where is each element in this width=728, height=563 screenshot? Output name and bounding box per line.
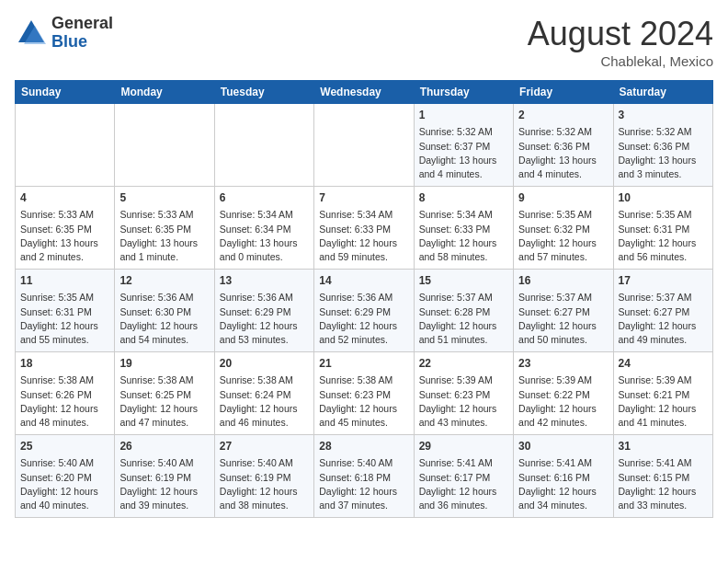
month-year: August 2024 <box>528 15 713 53</box>
day-number: 27 <box>220 439 309 454</box>
cell-info: Sunrise: 5:32 AM <box>518 125 608 139</box>
calendar-week-row: 4Sunrise: 5:33 AMSunset: 6:35 PMDaylight… <box>16 187 713 270</box>
calendar-cell: 12Sunrise: 5:36 AMSunset: 6:30 PMDayligh… <box>115 270 214 352</box>
cell-info: Sunset: 6:17 PM <box>419 471 508 485</box>
cell-info: Daylight: 12 hours and 34 minutes. <box>518 485 608 512</box>
calendar-cell: 23Sunrise: 5:39 AMSunset: 6:22 PMDayligh… <box>514 352 613 435</box>
calendar-cell: 10Sunrise: 5:35 AMSunset: 6:31 PMDayligh… <box>613 187 712 270</box>
calendar-cell <box>16 104 115 187</box>
cell-info: Daylight: 12 hours and 55 minutes. <box>20 319 109 347</box>
calendar-cell: 22Sunrise: 5:39 AMSunset: 6:23 PMDayligh… <box>414 352 513 435</box>
day-number: 22 <box>419 356 508 372</box>
cell-info: Sunset: 6:19 PM <box>220 471 309 485</box>
cell-info: Sunset: 6:27 PM <box>518 305 608 319</box>
cell-info: Sunset: 6:23 PM <box>319 388 408 402</box>
cell-info: Daylight: 13 hours and 4 minutes. <box>419 154 508 181</box>
day-number: 16 <box>518 273 608 289</box>
day-number: 7 <box>319 190 408 206</box>
day-number: 10 <box>619 190 708 206</box>
cell-info: Sunrise: 5:35 AM <box>20 291 109 304</box>
cell-info: Daylight: 12 hours and 48 minutes. <box>20 402 109 430</box>
day-number: 9 <box>518 190 608 206</box>
cell-info: Sunrise: 5:36 AM <box>319 291 408 304</box>
cell-info: Daylight: 12 hours and 41 minutes. <box>619 402 708 430</box>
logo-icon <box>15 17 48 50</box>
day-number: 13 <box>220 273 309 289</box>
cell-info: Sunset: 6:15 PM <box>619 471 708 485</box>
cell-info: Sunset: 6:30 PM <box>119 305 209 319</box>
cell-info: Sunset: 6:16 PM <box>518 471 608 485</box>
day-number: 11 <box>20 273 109 289</box>
calendar-cell: 28Sunrise: 5:40 AMSunset: 6:18 PMDayligh… <box>314 435 414 518</box>
calendar-cell <box>314 104 414 187</box>
calendar-cell: 18Sunrise: 5:38 AMSunset: 6:26 PMDayligh… <box>16 352 115 435</box>
cell-info: Daylight: 12 hours and 38 minutes. <box>220 485 309 512</box>
cell-info: Sunrise: 5:40 AM <box>319 456 408 470</box>
day-number: 14 <box>319 273 408 289</box>
cell-info: Sunset: 6:31 PM <box>20 305 109 319</box>
cell-info: Daylight: 12 hours and 50 minutes. <box>518 319 608 347</box>
cell-info: Daylight: 13 hours and 0 minutes. <box>220 236 309 264</box>
day-number: 4 <box>20 190 109 206</box>
cell-info: Sunset: 6:36 PM <box>518 140 608 154</box>
location: Chablekal, Mexico <box>528 53 713 69</box>
calendar-cell: 2Sunrise: 5:32 AMSunset: 6:36 PMDaylight… <box>514 104 613 187</box>
cell-info: Sunrise: 5:35 AM <box>619 208 708 222</box>
title-block: August 2024 Chablekal, Mexico <box>528 15 713 69</box>
cell-info: Sunset: 6:22 PM <box>518 388 608 402</box>
calendar-week-row: 18Sunrise: 5:38 AMSunset: 6:26 PMDayligh… <box>16 352 713 435</box>
calendar-cell: 24Sunrise: 5:39 AMSunset: 6:21 PMDayligh… <box>613 352 712 435</box>
day-number: 26 <box>119 439 209 454</box>
cell-info: Daylight: 12 hours and 54 minutes. <box>119 319 209 347</box>
cell-info: Sunset: 6:18 PM <box>319 471 408 485</box>
cell-info: Sunrise: 5:34 AM <box>220 208 309 222</box>
day-number: 21 <box>319 356 408 372</box>
cell-info: Daylight: 12 hours and 59 minutes. <box>319 236 408 264</box>
calendar-cell: 6Sunrise: 5:34 AMSunset: 6:34 PMDaylight… <box>214 187 313 270</box>
cell-info: Daylight: 12 hours and 53 minutes. <box>220 319 309 347</box>
cell-info: Sunset: 6:21 PM <box>619 388 708 402</box>
cell-info: Sunset: 6:33 PM <box>319 223 408 236</box>
cell-info: Sunrise: 5:33 AM <box>119 208 209 222</box>
cell-info: Sunset: 6:26 PM <box>20 388 109 402</box>
cell-info: Sunset: 6:35 PM <box>119 223 209 236</box>
day-number: 20 <box>220 356 309 372</box>
cell-info: Sunrise: 5:41 AM <box>419 456 508 470</box>
weekday-header: Tuesday <box>214 81 313 104</box>
cell-info: Sunrise: 5:41 AM <box>518 456 608 470</box>
cell-info: Sunrise: 5:35 AM <box>518 208 608 222</box>
cell-info: Sunset: 6:29 PM <box>220 305 309 319</box>
calendar-cell <box>115 104 214 187</box>
weekday-header: Friday <box>514 81 613 104</box>
cell-info: Sunrise: 5:36 AM <box>119 291 209 304</box>
cell-info: Sunrise: 5:38 AM <box>20 373 109 387</box>
cell-info: Daylight: 12 hours and 42 minutes. <box>518 402 608 430</box>
calendar-cell: 9Sunrise: 5:35 AMSunset: 6:32 PMDaylight… <box>514 187 613 270</box>
calendar-week-row: 25Sunrise: 5:40 AMSunset: 6:20 PMDayligh… <box>16 435 713 518</box>
day-number: 30 <box>518 439 608 454</box>
calendar-cell: 11Sunrise: 5:35 AMSunset: 6:31 PMDayligh… <box>16 270 115 352</box>
cell-info: Sunset: 6:34 PM <box>220 223 309 236</box>
day-number: 6 <box>220 190 309 206</box>
calendar-cell: 4Sunrise: 5:33 AMSunset: 6:35 PMDaylight… <box>16 187 115 270</box>
logo-text: General Blue <box>51 15 113 52</box>
weekday-header: Sunday <box>16 81 115 104</box>
page-header: General Blue August 2024 Chablekal, Mexi… <box>15 15 713 69</box>
calendar-cell: 7Sunrise: 5:34 AMSunset: 6:33 PMDaylight… <box>314 187 414 270</box>
cell-info: Daylight: 12 hours and 45 minutes. <box>319 402 408 430</box>
cell-info: Sunrise: 5:37 AM <box>518 291 608 304</box>
cell-info: Sunrise: 5:41 AM <box>619 456 708 470</box>
day-number: 8 <box>419 190 508 206</box>
calendar-cell <box>214 104 313 187</box>
calendar-cell: 5Sunrise: 5:33 AMSunset: 6:35 PMDaylight… <box>115 187 214 270</box>
cell-info: Sunrise: 5:39 AM <box>419 373 508 387</box>
calendar-cell: 16Sunrise: 5:37 AMSunset: 6:27 PMDayligh… <box>514 270 613 352</box>
cell-info: Daylight: 13 hours and 2 minutes. <box>20 236 109 264</box>
cell-info: Daylight: 12 hours and 47 minutes. <box>119 402 209 430</box>
calendar-week-row: 1Sunrise: 5:32 AMSunset: 6:37 PMDaylight… <box>16 104 713 187</box>
cell-info: Daylight: 12 hours and 33 minutes. <box>619 485 708 512</box>
cell-info: Sunrise: 5:32 AM <box>419 125 508 139</box>
day-number: 23 <box>518 356 608 372</box>
cell-info: Daylight: 12 hours and 43 minutes. <box>419 402 508 430</box>
logo: General Blue <box>15 15 113 52</box>
